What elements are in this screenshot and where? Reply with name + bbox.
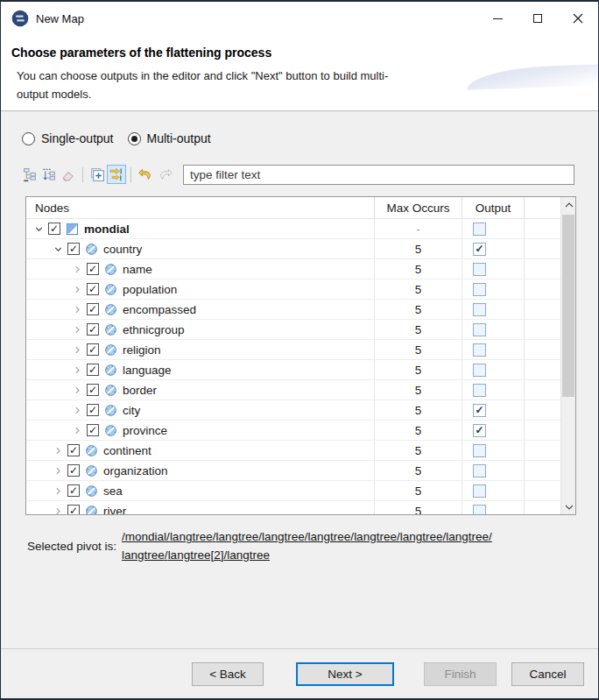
node-checkbox[interactable]: ✓ xyxy=(48,223,60,235)
chevron-right-icon[interactable] xyxy=(70,302,84,316)
output-checkbox[interactable] xyxy=(473,484,486,498)
table-row[interactable]: ✓sea5 xyxy=(26,481,560,501)
output-cell xyxy=(462,340,524,359)
node-checkbox[interactable]: ✓ xyxy=(67,444,80,456)
table-row[interactable]: ✓river5 xyxy=(26,501,560,514)
flatten-columns-icon[interactable] xyxy=(107,165,126,184)
output-checkbox[interactable]: ✓ xyxy=(473,243,486,256)
maximize-icon[interactable] xyxy=(518,2,558,35)
chevron-right-icon[interactable] xyxy=(51,484,65,498)
chevron-right-icon[interactable] xyxy=(70,403,84,417)
node-checkbox[interactable]: ✓ xyxy=(87,404,99,416)
node-checkbox[interactable]: ✓ xyxy=(87,384,99,396)
node-checkbox[interactable]: ✓ xyxy=(87,343,99,356)
output-checkbox[interactable] xyxy=(473,464,486,477)
output-checkbox[interactable]: ✓ xyxy=(473,404,486,417)
radio-icon-selected[interactable] xyxy=(128,132,141,145)
table-row[interactable]: ✓organization5 xyxy=(26,461,560,481)
chevron-right-icon[interactable] xyxy=(70,262,84,276)
radio-icon[interactable] xyxy=(22,132,35,145)
max-occurs-value: 5 xyxy=(374,461,462,480)
scrollbar-thumb[interactable] xyxy=(562,215,574,397)
chevron-right-icon[interactable] xyxy=(51,463,65,477)
nodes-cell: ✓organization xyxy=(26,461,374,480)
element-icon xyxy=(104,262,118,276)
node-checkbox[interactable]: ✓ xyxy=(67,243,80,255)
output-checkbox[interactable] xyxy=(473,303,486,316)
radio-single-output[interactable]: Single-output xyxy=(22,131,114,145)
cancel-button[interactable]: Cancel xyxy=(511,662,584,686)
table-row[interactable]: ✓province5✓ xyxy=(26,421,560,441)
max-occurs-value: 5 xyxy=(374,360,462,379)
chevron-right-icon[interactable] xyxy=(51,504,65,514)
max-occurs-value: 5 xyxy=(374,380,462,399)
expand-levels-icon[interactable] xyxy=(39,165,59,184)
table-row[interactable]: ✓continent5 xyxy=(26,441,560,461)
node-checkbox[interactable]: ✓ xyxy=(67,505,80,514)
filter-input[interactable] xyxy=(183,165,574,185)
wizard-buttons: < Back Next > Finish Cancel xyxy=(1,648,598,698)
node-checkbox[interactable]: ✓ xyxy=(87,303,99,315)
column-header-output[interactable]: Output xyxy=(462,197,524,218)
table-row[interactable]: ✓population5 xyxy=(26,279,560,300)
output-checkbox[interactable] xyxy=(473,283,486,296)
node-checkbox[interactable]: ✓ xyxy=(67,464,80,477)
chevron-right-icon[interactable] xyxy=(70,343,84,357)
node-checkbox[interactable]: ✓ xyxy=(67,484,80,497)
output-checkbox[interactable] xyxy=(473,223,486,236)
node-label: city xyxy=(123,404,140,417)
vertical-scrollbar[interactable] xyxy=(560,197,575,514)
back-button[interactable]: < Back xyxy=(192,662,264,686)
radio-multi-output[interactable]: Multi-output xyxy=(128,131,211,145)
table-row[interactable]: ✓country5✓ xyxy=(26,239,560,259)
element-icon xyxy=(85,504,99,514)
undo-icon[interactable] xyxy=(136,165,155,184)
scroll-down-icon[interactable] xyxy=(561,499,576,514)
output-checkbox[interactable] xyxy=(473,263,486,276)
column-header-nodes[interactable]: Nodes xyxy=(26,202,374,215)
node-checkbox[interactable]: ✓ xyxy=(87,364,99,376)
minimize-icon[interactable] xyxy=(477,2,518,35)
chevron-down-icon[interactable] xyxy=(51,242,65,256)
table-row[interactable]: ✓border5 xyxy=(26,380,560,400)
chevron-down-icon[interactable] xyxy=(32,222,46,236)
output-checkbox[interactable] xyxy=(473,364,486,377)
table-row[interactable]: ✓encompassed5 xyxy=(26,300,560,320)
next-button[interactable]: Next > xyxy=(296,662,394,686)
app-icon xyxy=(11,10,29,27)
nodes-cell: ✓encompassed xyxy=(26,300,374,319)
collapse-all-icon[interactable] xyxy=(20,165,39,184)
output-checkbox[interactable] xyxy=(473,384,486,397)
chevron-right-icon[interactable] xyxy=(51,443,65,457)
chevron-right-icon[interactable] xyxy=(70,322,84,336)
node-checkbox[interactable]: ✓ xyxy=(87,283,99,295)
output-checkbox[interactable] xyxy=(473,505,486,515)
close-icon[interactable] xyxy=(558,2,598,35)
max-occurs-value: 5 xyxy=(374,400,462,420)
node-checkbox[interactable]: ✓ xyxy=(87,263,99,275)
scroll-up-icon[interactable] xyxy=(561,197,576,212)
filler-cell xyxy=(524,400,560,420)
chevron-right-icon[interactable] xyxy=(70,363,84,377)
node-checkbox[interactable]: ✓ xyxy=(87,424,99,436)
table-row[interactable]: ✓city5✓ xyxy=(26,400,560,421)
node-label: ethnicgroup xyxy=(123,323,185,336)
table-row[interactable]: ✓name5 xyxy=(26,259,560,279)
output-checkbox[interactable] xyxy=(473,343,486,357)
node-checkbox[interactable]: ✓ xyxy=(87,323,99,336)
output-cell: ✓ xyxy=(462,239,524,258)
output-checkbox[interactable] xyxy=(473,444,486,457)
expand-node-icon[interactable] xyxy=(88,165,107,184)
chevron-right-icon[interactable] xyxy=(70,423,84,437)
chevron-right-icon[interactable] xyxy=(70,282,84,296)
chevron-right-icon[interactable] xyxy=(70,383,84,397)
table-row[interactable]: ✓language5 xyxy=(26,360,560,380)
output-checkbox[interactable]: ✓ xyxy=(473,424,486,437)
table-row[interactable]: ✓religion5 xyxy=(26,340,560,360)
pivot-link[interactable]: /mondial/langtree/langtree/langtree/lang… xyxy=(122,528,532,565)
output-checkbox[interactable] xyxy=(473,323,486,336)
table-row[interactable]: ✓mondial- xyxy=(26,219,560,239)
page-description: You can choose outputs in the editor and… xyxy=(1,60,418,104)
table-row[interactable]: ✓ethnicgroup5 xyxy=(26,320,560,340)
column-header-max-occurs[interactable]: Max Occurs xyxy=(374,197,462,218)
